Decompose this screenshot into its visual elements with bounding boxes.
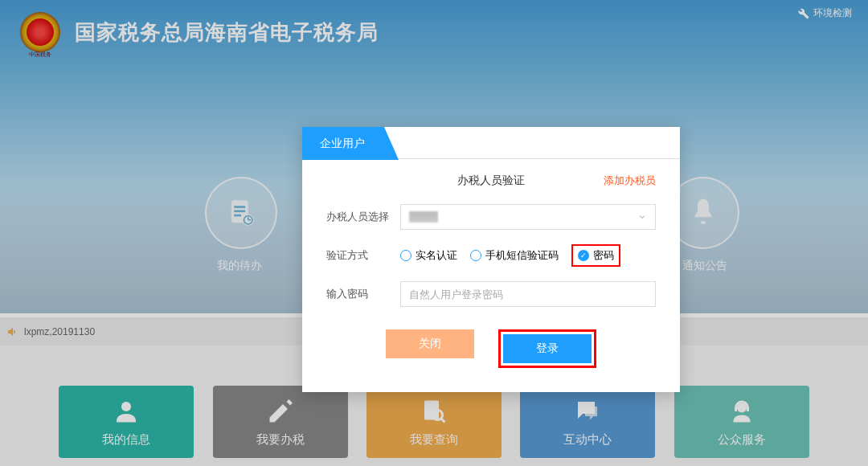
- row-verify-method: 验证方式 实名认证 手机短信验证码 密码: [326, 244, 656, 267]
- radio-icon: [470, 250, 481, 261]
- radio-realname[interactable]: 实名认证: [400, 248, 457, 263]
- row-password-input: 输入密码: [326, 281, 656, 307]
- radio-icon: [400, 250, 411, 261]
- section-title: 办税人员验证: [457, 174, 525, 188]
- person-select[interactable]: [400, 204, 656, 230]
- login-button[interactable]: 登录: [503, 334, 592, 363]
- radio-password[interactable]: 密码: [578, 248, 614, 263]
- button-row: 关闭 登录: [326, 329, 656, 368]
- dialog-tabs: 企业用户: [302, 127, 680, 159]
- radio-label: 密码: [593, 248, 614, 263]
- radio-label: 手机短信验证码: [485, 248, 559, 263]
- radio-sms[interactable]: 手机短信验证码: [470, 248, 559, 263]
- verify-method-group: 实名认证 手机短信验证码 密码: [400, 244, 656, 267]
- label-verify-method: 验证方式: [326, 248, 400, 263]
- select-value-blurred: [409, 211, 438, 223]
- chevron-down-icon: [637, 212, 647, 222]
- login-dialog: 企业用户 办税人员验证 添加办税员 办税人员选择 验证方式 实名认证: [302, 127, 680, 392]
- close-button[interactable]: 关闭: [386, 329, 474, 358]
- label-password-input: 输入密码: [326, 287, 400, 301]
- add-tax-person-link[interactable]: 添加办税员: [604, 174, 656, 188]
- password-input[interactable]: [400, 281, 656, 307]
- highlight-login-button: 登录: [498, 329, 596, 368]
- label-person-select: 办税人员选择: [326, 210, 400, 224]
- dialog-body: 办税人员验证 添加办税员 办税人员选择 验证方式 实名认证: [302, 159, 680, 392]
- radio-checked-icon: [578, 250, 589, 261]
- section-title-row: 办税人员验证 添加办税员: [326, 174, 656, 188]
- highlight-password-radio: 密码: [571, 244, 620, 267]
- tab-enterprise-user[interactable]: 企业用户: [302, 127, 399, 160]
- row-person-select: 办税人员选择: [326, 204, 656, 230]
- radio-label: 实名认证: [416, 248, 457, 263]
